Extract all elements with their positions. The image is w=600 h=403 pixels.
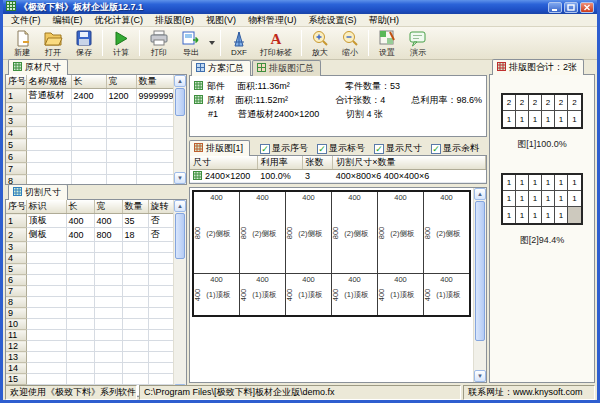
menu-item[interactable]: 编辑(E) [47, 14, 89, 27]
table-cell[interactable] [26, 363, 66, 374]
table-cell[interactable] [94, 264, 122, 275]
table-cell[interactable] [94, 363, 122, 374]
show-option-checkbox[interactable]: ✓显示标号 [317, 142, 365, 155]
table-cell[interactable] [148, 341, 173, 352]
table-cell[interactable] [148, 363, 173, 374]
table-cell[interactable] [136, 139, 173, 151]
minimize-button[interactable] [548, 2, 562, 13]
scroll-up-arrow[interactable]: ▲ [174, 75, 186, 87]
table-cell[interactable] [148, 286, 173, 297]
show-option-checkbox[interactable]: ✓显示余料 [431, 142, 479, 155]
table-cell[interactable] [122, 363, 148, 374]
row-number[interactable]: 13 [6, 352, 26, 363]
row-number[interactable]: 3 [6, 115, 26, 127]
table-cell[interactable] [122, 264, 148, 275]
layout-thumbnail[interactable]: 11111111111111111 [501, 173, 583, 225]
row-number[interactable]: 11 [6, 330, 26, 341]
table-cell[interactable]: 99999999 [136, 89, 173, 103]
table-cell[interactable] [106, 175, 136, 185]
table-cell[interactable] [71, 115, 106, 127]
table-cell[interactable] [136, 151, 173, 163]
table-cell[interactable]: 2400 [71, 89, 106, 103]
table-cell[interactable] [122, 253, 148, 264]
table-cell[interactable] [26, 352, 66, 363]
table-cell[interactable] [71, 127, 106, 139]
menu-item[interactable]: 物料管理(U) [242, 14, 303, 27]
table-cell[interactable]: 普通板材 [26, 89, 71, 103]
table-cell[interactable] [122, 352, 148, 363]
table-cell[interactable] [106, 151, 136, 163]
layout-row[interactable]: 2400×1200100.0%3400×800×6 400×400×6 [190, 170, 486, 183]
table-cell[interactable] [94, 253, 122, 264]
tab-plan-summary[interactable]: 方案汇总 [191, 60, 251, 76]
row-number[interactable]: 12 [6, 341, 26, 352]
table-cell[interactable] [94, 297, 122, 308]
zoom-out-button[interactable]: 缩小 [335, 28, 365, 59]
table-cell[interactable] [148, 275, 173, 286]
row-number[interactable]: 3 [6, 242, 26, 253]
table-cell[interactable] [26, 115, 71, 127]
table-cell[interactable] [148, 253, 173, 264]
row-number[interactable]: 6 [6, 275, 26, 286]
table-cell[interactable] [66, 286, 94, 297]
table-cell[interactable] [94, 330, 122, 341]
table-cell[interactable] [106, 139, 136, 151]
table-cell[interactable]: 400 [66, 228, 94, 242]
tab-raw-material-size[interactable]: 原材尺寸 [8, 59, 68, 75]
menu-item[interactable]: 排版图(B) [149, 14, 200, 27]
print-button[interactable]: 打印 [143, 28, 175, 59]
menu-item[interactable]: 文件(F) [5, 14, 47, 27]
table-cell[interactable] [26, 242, 66, 253]
table-cell[interactable] [136, 115, 173, 127]
dxf-button[interactable]: DXF [224, 29, 254, 58]
table-cell[interactable] [26, 341, 66, 352]
table-cell[interactable] [26, 139, 71, 151]
table-cell[interactable] [136, 163, 173, 175]
export-button[interactable]: 导出 [175, 28, 207, 59]
row-number[interactable]: 7 [6, 286, 26, 297]
table-cell[interactable] [66, 352, 94, 363]
table-cell[interactable] [148, 242, 173, 253]
table-cell[interactable] [106, 115, 136, 127]
row-number[interactable]: 15 [6, 374, 26, 385]
table-cell[interactable] [122, 286, 148, 297]
table-cell[interactable] [148, 264, 173, 275]
vertical-scrollbar[interactable]: ▲ ▼ [173, 75, 186, 184]
row-number[interactable]: 1 [6, 89, 26, 103]
table-cell[interactable]: 800 [94, 228, 122, 242]
show-option-checkbox[interactable]: ✓显示序号 [260, 142, 308, 155]
table-cell[interactable]: 400 [66, 214, 94, 228]
table-cell[interactable] [148, 297, 173, 308]
row-number[interactable]: 14 [6, 363, 26, 374]
row-number[interactable]: 5 [6, 264, 26, 275]
table-cell[interactable] [122, 374, 148, 385]
row-number[interactable]: 5 [6, 139, 26, 151]
table-cell[interactable]: 顶板 [26, 214, 66, 228]
layout-thumbnail[interactable]: 222222111111 [501, 93, 583, 129]
table-cell[interactable] [94, 308, 122, 319]
demo-button[interactable]: 演示 [402, 28, 434, 59]
table-cell[interactable] [26, 286, 66, 297]
table-cell[interactable] [136, 127, 173, 139]
table-cell[interactable] [26, 275, 66, 286]
table-cell[interactable] [94, 352, 122, 363]
table-cell[interactable] [26, 175, 71, 185]
table-cell[interactable]: 35 [122, 214, 148, 228]
table-cell[interactable] [106, 163, 136, 175]
tab-layout-total[interactable]: 排版图合计：2张 [492, 59, 584, 75]
open-button[interactable]: 打开 [37, 28, 69, 59]
table-cell[interactable] [66, 363, 94, 374]
scroll-down-arrow[interactable]: ▼ [174, 172, 186, 184]
table-cell[interactable] [26, 253, 66, 264]
row-number[interactable]: 8 [6, 175, 26, 185]
menu-item[interactable]: 帮助(H) [363, 14, 406, 27]
menu-item[interactable]: 视图(V) [200, 14, 242, 27]
table-cell[interactable] [94, 286, 122, 297]
table-cell[interactable] [148, 330, 173, 341]
table-cell[interactable]: 18 [122, 228, 148, 242]
table-cell[interactable] [66, 275, 94, 286]
table-cell[interactable] [71, 139, 106, 151]
table-cell[interactable] [148, 352, 173, 363]
table-cell[interactable] [71, 151, 106, 163]
table-cell[interactable] [148, 319, 173, 330]
